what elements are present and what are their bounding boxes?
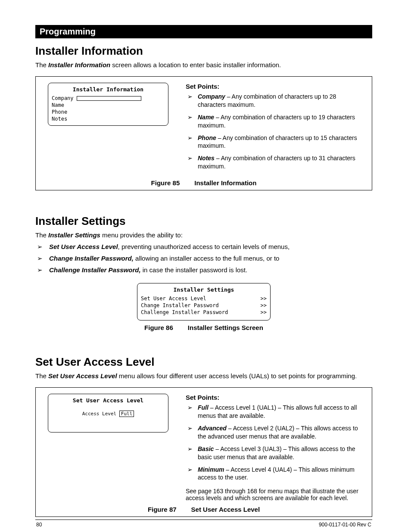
section-banner: Programming (35, 25, 372, 38)
figure-87-box: Set User Access Level Access Level Full … (35, 387, 372, 517)
screen-row-name: Name (52, 102, 165, 109)
figure-87-caption: Figure 87Set User Access Level (44, 506, 364, 513)
heading-set-user-access-level: Set User Access Level (35, 355, 372, 369)
lead-term: Installer Information (48, 61, 110, 68)
screen-row-phone: Phone (52, 109, 165, 115)
setpoint-full: Full – Access Level 1 (UAL1) – This allo… (186, 404, 364, 424)
setpoint-name: Name – Any combination of characters up … (186, 113, 364, 134)
item-change-installer-password: Change Installer Password, allowing an i… (37, 254, 372, 265)
screen-row-notes: Notes (52, 115, 165, 122)
screen-set-user-access-level: Set User Access Level Access Level Full (48, 394, 168, 432)
chevron-right-icon: >> (261, 302, 267, 309)
heading-installer-information: Installer Information (35, 44, 372, 58)
access-level-footnote: See page 163 through 168 for menu maps t… (186, 488, 364, 501)
screen-title: Installer Settings (141, 286, 267, 294)
screen-title: Installer Information (52, 86, 165, 93)
company-input-box (77, 96, 141, 101)
screen-installer-information: Installer Information Company Name Phone… (48, 83, 168, 126)
access-level-value: Full (119, 411, 134, 417)
item-challenge-installer-password: Challenge Installer Password, in case th… (37, 265, 372, 277)
setpoints-heading: Set Points: (186, 83, 364, 90)
figure-85-caption: Figure 85Installer Information (44, 179, 364, 187)
setpoint-minimum: Minimum – Access Level 4 (UAL4) – This a… (186, 466, 364, 486)
setpoint-phone: Phone – Any combination of characters up… (186, 134, 364, 155)
figure-85-box: Installer Information Company Name Phone… (35, 76, 372, 190)
figure-86-caption: Figure 86Installer Settings Screen (35, 324, 372, 331)
lead-installer-settings: The Installer Settings menu provides the… (35, 231, 372, 239)
access-level-row: Access Level Full (52, 411, 165, 417)
item-set-user-access-level: Set User Access Level, preventing unauth… (37, 242, 372, 254)
menu-row-set-user-access-level: Set User Access Level>> (141, 295, 267, 302)
chevron-right-icon: >> (261, 295, 267, 302)
lead-set-user-access-level: The Set User Access Level menu allows fo… (35, 372, 372, 380)
menu-row-change-installer-password: Change Installer Password>> (141, 302, 267, 309)
setpoint-notes: Notes – Any combination of characters up… (186, 154, 364, 175)
lead-pre: The (35, 61, 48, 68)
chevron-right-icon: >> (261, 309, 267, 316)
setpoints-heading: Set Points: (186, 394, 364, 401)
page-number: 80 (36, 522, 42, 528)
lead-post: screen allows a location to enter basic … (110, 61, 281, 68)
setpoints-list: Full – Access Level 1 (UAL1) – This allo… (186, 404, 364, 486)
installer-settings-list: Set User Access Level, preventing unauth… (35, 242, 372, 277)
setpoint-basic: Basic – Access Level 3 (UAL3) – This all… (186, 445, 364, 466)
setpoints-list: Company – Any combination of characters … (186, 93, 364, 175)
page-footer: 80 900-0117-01-00 Rev C (35, 520, 372, 528)
setpoint-company: Company – Any combination of characters … (186, 93, 364, 113)
setpoint-advanced: Advanced – Access Level 2 (UAL2) – This … (186, 424, 364, 445)
lead-installer-information: The Installer Information screen allows … (35, 61, 372, 68)
screen-row-company: Company (52, 95, 165, 102)
screen-installer-settings: Installer Settings Set User Access Level… (137, 283, 271, 320)
menu-row-challenge-installer-password: Challenge Installer Password>> (141, 309, 267, 316)
doc-revision: 900-0117-01-00 Rev C (319, 522, 371, 528)
heading-installer-settings: Installer Settings (35, 215, 372, 228)
screen-title: Set User Access Level (52, 397, 165, 404)
